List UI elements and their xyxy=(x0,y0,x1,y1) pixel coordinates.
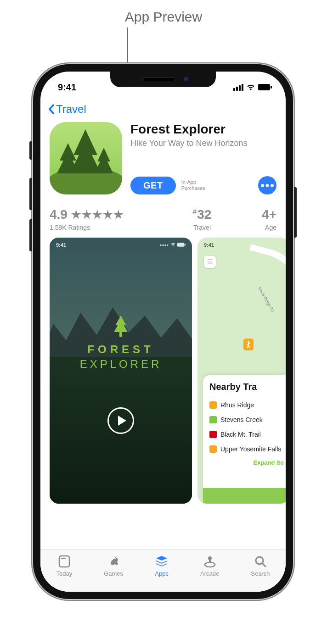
callout-label: App Preview xyxy=(125,9,202,24)
more-button[interactable]: ••• xyxy=(258,176,276,194)
age-value: 4+ xyxy=(262,207,276,222)
svg-rect-3 xyxy=(185,244,186,246)
preview-title-2: EXPLORER xyxy=(50,358,192,371)
svg-line-11 xyxy=(262,563,265,566)
tab-arcade[interactable]: Arcade xyxy=(200,555,219,577)
phone-frame: 9:41 Travel Forest Explorer xyxy=(32,63,294,600)
app-title: Forest Explorer xyxy=(130,122,276,137)
svg-rect-6 xyxy=(61,558,66,559)
app-icon[interactable] xyxy=(50,122,122,194)
tab-today[interactable]: Today xyxy=(56,555,72,577)
difficulty-badge xyxy=(209,445,217,453)
difficulty-badge xyxy=(209,401,217,409)
screen: 9:41 Travel Forest Explorer xyxy=(40,72,286,592)
rank-value: 32 xyxy=(197,207,211,222)
rank-label: Travel xyxy=(193,224,211,231)
tab-search[interactable]: Search xyxy=(251,555,270,577)
get-button[interactable]: GET xyxy=(130,177,176,194)
back-label: Travel xyxy=(56,103,86,116)
trail-row: Stevens Creek xyxy=(209,412,286,427)
panel-title: Nearby Tra xyxy=(209,382,286,392)
expand-link: Expand Se xyxy=(209,456,286,466)
app-preview-video[interactable]: 9:41 ▪▪▪▪ FOREST EXPLORER xyxy=(50,238,192,504)
rating-count: 1.59K Ratings xyxy=(50,224,160,231)
screenshot-gallery[interactable]: 9:41 ▪▪▪▪ FOREST EXPLORER 9:41 ☰ xyxy=(40,236,286,504)
svg-point-4 xyxy=(248,341,249,343)
status-icons: ▪▪▪▪ xyxy=(160,242,186,248)
age-label: Age xyxy=(265,224,276,231)
tree-icon xyxy=(111,316,130,339)
trail-name: Black Mt. Trail xyxy=(220,431,261,438)
meta-row: 4.9 ★★★★★ 1.59K Ratings #32 Travel 4+ Ag… xyxy=(40,202,286,236)
rating-value: 4.9 xyxy=(50,207,68,222)
iap-label: In-AppPurchases xyxy=(181,179,205,191)
play-icon[interactable] xyxy=(107,407,134,434)
notch xyxy=(110,72,216,87)
trail-row: Upper Yosemite Falls xyxy=(209,442,286,456)
status-time: 9:41 xyxy=(58,82,76,93)
cellular-icon xyxy=(233,84,243,91)
tab-apps[interactable]: Apps xyxy=(155,555,169,577)
trail-name: Rhus Ridge xyxy=(220,401,254,409)
trail-name: Stevens Creek xyxy=(220,416,263,423)
screenshot-2[interactable]: 9:41 ☰ Rhus Ridge Rd Nearby Tra Rhus Rid… xyxy=(197,238,286,504)
svg-point-7 xyxy=(208,556,212,560)
trail-row: Rhus Ridge xyxy=(209,398,286,412)
svg-rect-1 xyxy=(271,86,272,89)
star-icons: ★★★★★ xyxy=(71,208,124,221)
chevron-left-icon xyxy=(48,104,55,115)
svg-rect-5 xyxy=(59,556,69,567)
wifi-icon xyxy=(246,83,255,91)
svg-rect-0 xyxy=(258,84,270,90)
menu-icon: ☰ xyxy=(204,256,216,268)
difficulty-badge xyxy=(209,431,217,438)
back-button[interactable]: Travel xyxy=(40,94,286,119)
battery-icon xyxy=(258,84,272,90)
hiker-icon xyxy=(243,339,254,350)
preview-title-1: FOREST xyxy=(50,343,192,356)
trail-name: Upper Yosemite Falls xyxy=(220,445,281,453)
svg-rect-2 xyxy=(177,243,185,246)
trail-row: Black Mt. Trail xyxy=(209,427,286,442)
tab-games[interactable]: Games xyxy=(104,555,123,577)
app-subtitle: Hike Your Way to New Horizons xyxy=(130,138,276,149)
difficulty-badge xyxy=(209,416,217,423)
tab-bar: Today Games Apps Arcade Search xyxy=(40,550,286,592)
